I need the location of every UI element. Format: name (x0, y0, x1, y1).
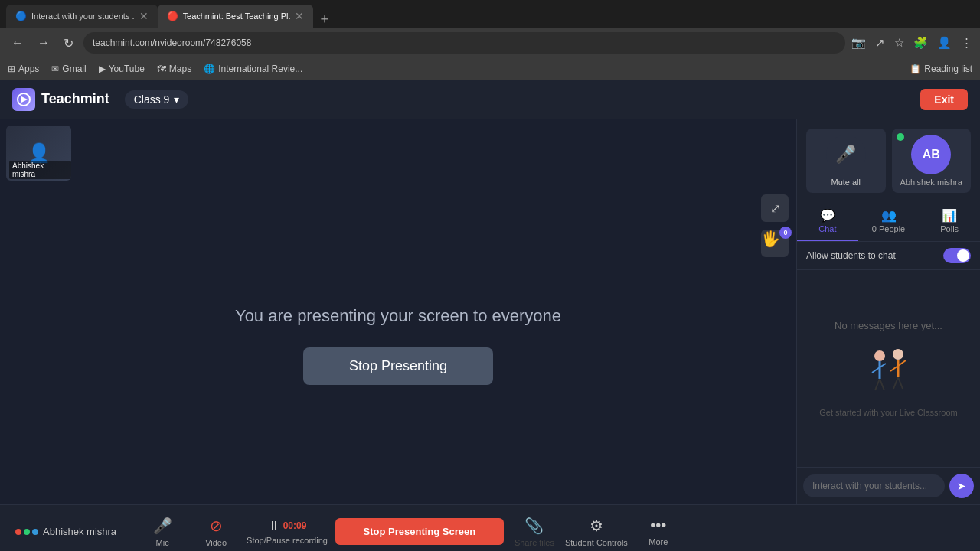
chevron-down-icon: ▾ (174, 93, 179, 106)
tab-chat[interactable]: 💬 Chat (797, 202, 858, 241)
participant-card-name: Abhishek mishra (900, 178, 962, 187)
class-name: Class 9 (134, 93, 170, 106)
student-controls-label: Student Controls (565, 538, 628, 547)
allow-chat-label: Allow students to chat (806, 250, 896, 261)
mic-icon: 🎤 (153, 517, 172, 535)
stop-presenting-screen-button[interactable]: Stop Presenting Screen (335, 518, 504, 545)
recording-button[interactable]: ⏸ 00:09 Stop/Pause recording (247, 519, 328, 545)
student-controls-button[interactable]: ⚙ Student Controls (565, 517, 628, 547)
allow-chat-row: Allow students to chat (797, 242, 980, 270)
bookmark-apps[interactable]: ⊞ Apps (8, 64, 39, 74)
browser-nav: ← → ↻ teachmint.com/nvideoroom/748276058… (0, 28, 980, 58)
video-button[interactable]: ⊘ Video (193, 517, 239, 547)
svg-line-12 (893, 377, 898, 389)
mic-button[interactable]: 🎤 Mic (139, 517, 185, 547)
hand-count-badge: 0 (779, 227, 792, 239)
reading-list[interactable]: 📋 Reading list (910, 64, 972, 74)
controls-icon: ⚙ (590, 517, 603, 535)
participant-strip: 👤 Abhishek mishra (0, 119, 796, 187)
participant-avatar: AB (911, 135, 951, 174)
bookmark-gmail[interactable]: ✉ Gmail (51, 64, 86, 74)
youtube-label: YouTube (109, 64, 145, 74)
svg-line-7 (880, 379, 884, 390)
raise-hand-button[interactable]: 🖐 0 (761, 230, 789, 257)
tab1-favicon: 🔵 (15, 11, 27, 21)
app-header: Teachmint Class 9 ▾ Exit (0, 80, 980, 119)
people-icon: 👥 (881, 208, 897, 223)
chat-tab-label: Chat (818, 224, 836, 233)
bookmarks-bar: ⊞ Apps ✉ Gmail ▶ YouTube 🗺 Maps 🌐 Intern… (0, 58, 980, 80)
url-bar[interactable]: teachmint.com/nvideoroom/748276058 (83, 32, 845, 54)
chat-input[interactable] (803, 474, 945, 497)
forward-button[interactable]: → (34, 34, 54, 51)
menu-icon[interactable]: ⋮ (961, 36, 972, 50)
more-button[interactable]: ••• More (635, 517, 681, 546)
mute-all-card: 🎤 Mute all (806, 129, 886, 193)
get-started-text: Get started with your Live Classroom (819, 408, 957, 417)
profile-icon[interactable]: 👤 (937, 36, 952, 50)
more-label: More (648, 537, 668, 546)
svg-point-2 (874, 350, 885, 361)
share-files-button[interactable]: 📎 Share files (511, 517, 557, 547)
gmail-icon: ✉ (51, 64, 59, 74)
url-text: teachmint.com/nvideoroom/748276058 (93, 37, 251, 48)
send-button[interactable]: ➤ (949, 474, 974, 498)
class-selector[interactable]: Class 9 ▾ (125, 90, 189, 109)
mic-label: Mic (156, 538, 169, 547)
tab2-close-icon[interactable]: ✕ (295, 10, 304, 22)
maps-label: Maps (169, 64, 191, 74)
tab2-title: Teachmint: Best Teaching Pl... (183, 11, 290, 21)
logo-text: Teachmint (41, 91, 109, 107)
tab1-close-icon[interactable]: ✕ (139, 10, 149, 22)
tab-2[interactable]: 🔴 Teachmint: Best Teaching Pl... ✕ (158, 5, 313, 28)
refresh-button[interactable]: ↻ (60, 34, 77, 52)
presenting-content: ⤢ 🖐 0 You are presenting your screen to … (0, 187, 796, 504)
share-icon[interactable]: ↗ (875, 36, 885, 50)
tab-polls[interactable]: 📊 Polls (919, 202, 980, 241)
chat-body: No messages here yet... (797, 270, 980, 467)
right-panel: 🎤 Mute all AB Abhishek mishra 💬 Chat 👥 (796, 119, 980, 504)
svg-line-13 (898, 377, 903, 389)
recording-label: Stop/Pause recording (247, 536, 328, 545)
mic-muted-icon: 🎤 (835, 145, 856, 165)
mute-all-label: Mute all (831, 178, 861, 187)
chat-icon: 💬 (820, 208, 835, 223)
reading-list-icon: 📋 (910, 64, 921, 74)
participant-thumb[interactable]: 👤 Abhishek mishra (6, 126, 71, 181)
youtube-icon: ▶ (99, 64, 106, 74)
bookmark-youtube[interactable]: ▶ YouTube (99, 64, 145, 74)
tab-1[interactable]: 🔵 Interact with your students . ✕ (6, 5, 158, 28)
exit-button[interactable]: Exit (920, 89, 968, 110)
bookmark-maps[interactable]: 🗺 Maps (157, 64, 191, 74)
stop-presenting-button[interactable]: Stop Presenting (303, 347, 493, 385)
share-files-label: Share files (514, 538, 554, 547)
presenter-label: Abhishek mishra (15, 526, 116, 537)
new-tab-button[interactable]: ＋ (318, 9, 332, 28)
empty-chat-message: No messages here yet... (835, 320, 942, 331)
people-tab-label: 0 People (872, 224, 905, 233)
maps-icon: 🗺 (157, 64, 166, 74)
allow-chat-toggle[interactable] (943, 248, 971, 263)
cast-icon[interactable]: 📷 (851, 36, 866, 50)
tab-people[interactable]: 👥 0 People (858, 202, 920, 241)
recording-time: 00:09 (283, 520, 307, 531)
main-content: 👤 Abhishek mishra ⤢ 🖐 0 You ar (0, 119, 980, 504)
svg-marker-1 (21, 96, 28, 103)
expand-button[interactable]: ⤢ (761, 194, 789, 222)
back-button[interactable]: ← (8, 34, 28, 51)
empty-chat-illustration (858, 341, 920, 402)
pause-icon: ⏸ (268, 519, 280, 533)
gmail-label: Gmail (62, 64, 86, 74)
apps-icon: ⊞ (8, 64, 15, 74)
online-indicator (897, 133, 904, 141)
participant-card-ab: AB Abhishek mishra (892, 129, 972, 193)
reading-list-label: Reading list (924, 64, 972, 74)
expand-area: ⤢ 🖐 0 (761, 194, 789, 257)
app: Teachmint Class 9 ▾ Exit 👤 Abhishek mish… (0, 80, 980, 551)
bookmark-icon[interactable]: ☆ (894, 36, 904, 50)
intl-label: International Revie... (218, 64, 302, 74)
bookmark-international[interactable]: 🌐 International Revie... (204, 64, 302, 74)
svg-point-8 (893, 349, 903, 360)
presenter-dots (15, 529, 38, 535)
extensions-icon[interactable]: 🧩 (913, 36, 928, 50)
